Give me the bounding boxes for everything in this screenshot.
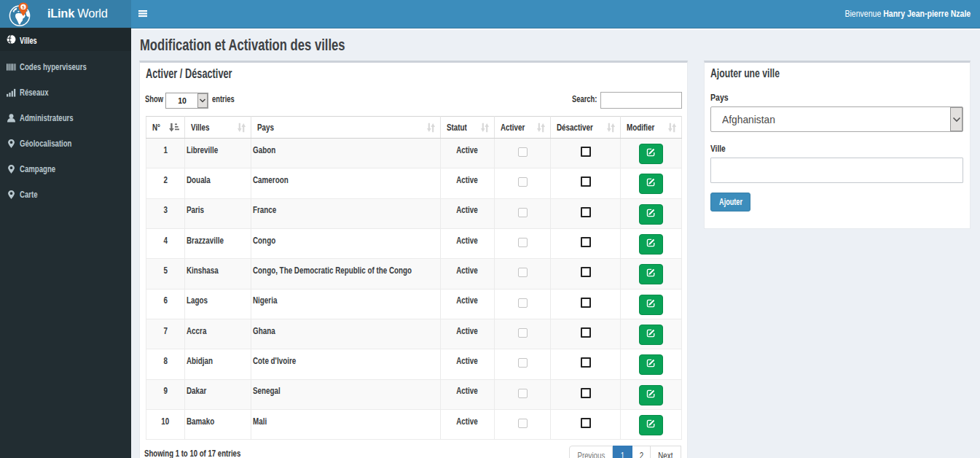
svg-text:$: $ [22, 4, 25, 9]
